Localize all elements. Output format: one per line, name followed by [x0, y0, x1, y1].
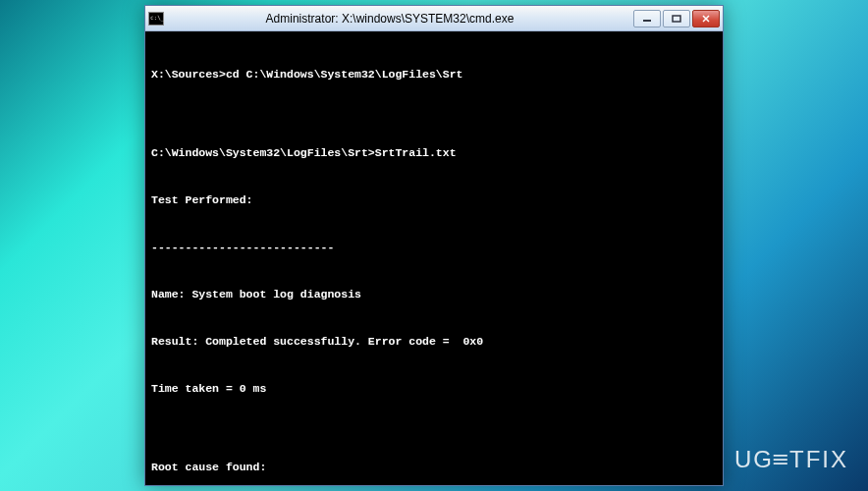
terminal-line: Name: System boot log diagnosis — [151, 287, 717, 302]
minimize-icon — [642, 15, 652, 23]
watermark-prefix: UG — [734, 446, 774, 472]
terminal-line: C:\Windows\System32\LogFiles\Srt>SrtTrai… — [151, 145, 717, 161]
terminal-line: Root cause found: — [151, 460, 717, 475]
close-icon — [701, 15, 711, 23]
watermark-suffix: TFIX — [789, 446, 848, 472]
svg-rect-0 — [643, 20, 651, 22]
terminal-line: X:\Sources>cd C:\Windows\System32\LogFil… — [151, 67, 717, 82]
maximize-icon — [672, 15, 681, 23]
titlebar[interactable]: Administrator: X:\windows\SYSTEM32\cmd.e… — [145, 6, 723, 31]
maximize-button[interactable] — [663, 10, 690, 27]
close-button[interactable] — [692, 10, 720, 27]
terminal-line: Result: Completed successfully. Error co… — [151, 334, 717, 350]
cmd-icon — [148, 12, 164, 26]
minimize-button[interactable] — [633, 10, 661, 27]
cmd-window: Administrator: X:\windows\SYSTEM32\cmd.e… — [144, 5, 724, 486]
window-title: Administrator: X:\windows\SYSTEM32\cmd.e… — [146, 12, 633, 26]
terminal-line: --------------------------- — [151, 240, 717, 255]
terminal-output[interactable]: X:\Sources>cd C:\Windows\System32\LogFil… — [145, 31, 723, 491]
watermark-arrow-icon: ≡ — [772, 446, 790, 473]
terminal-line: Time taken = 0 ms — [151, 381, 717, 397]
watermark: UG≡TFIX — [734, 446, 848, 473]
window-controls — [633, 10, 720, 27]
svg-rect-1 — [673, 16, 680, 22]
terminal-line: Test Performed: — [151, 192, 717, 208]
